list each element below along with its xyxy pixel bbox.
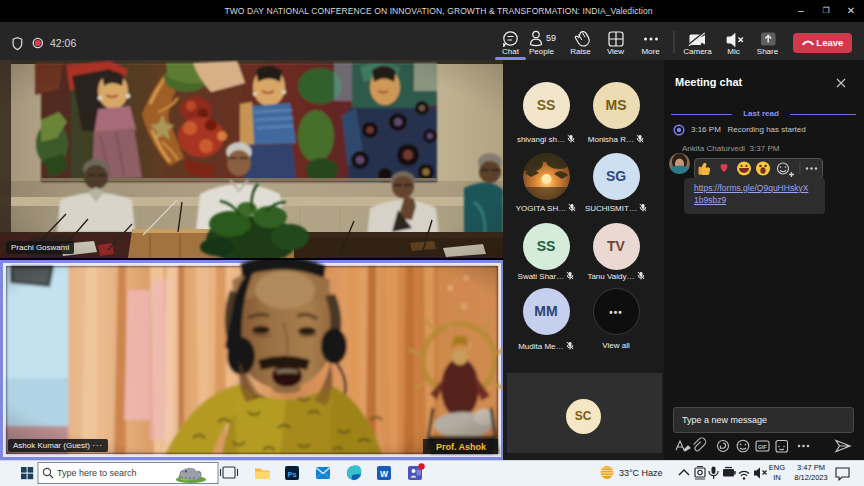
svg-text:Prof. Ashok: Prof. Ashok	[436, 442, 487, 452]
svg-text:Ps: Ps	[287, 470, 296, 479]
svg-text:GIF: GIF	[758, 444, 767, 450]
svg-text:W: W	[380, 469, 389, 479]
